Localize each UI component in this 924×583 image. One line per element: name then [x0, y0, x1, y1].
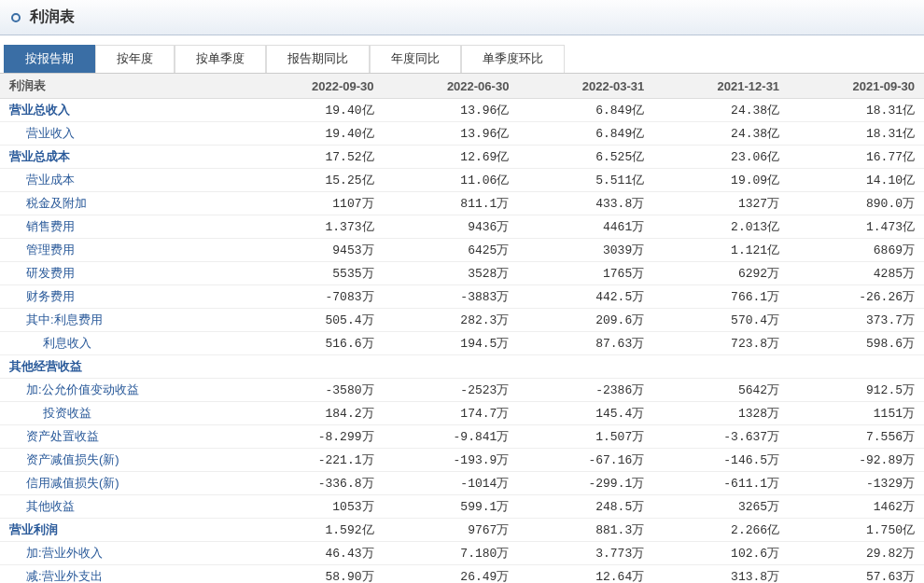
cell-value: -26.26万 — [789, 285, 924, 309]
cell-value: 6.849亿 — [518, 99, 653, 122]
cell-value: 18.31亿 — [789, 122, 924, 146]
row-label: 其他收益 — [0, 495, 248, 519]
cell-value: 174.7万 — [384, 402, 519, 425]
cell-value: 12.69亿 — [384, 146, 519, 169]
cell-value: 9767万 — [384, 519, 519, 542]
row-label: 财务费用 — [0, 285, 248, 309]
cell-value: -2386万 — [518, 379, 653, 402]
cell-value — [789, 355, 924, 379]
cell-value: 1328万 — [653, 402, 789, 425]
table-row: 税金及附加1107万811.1万433.8万1327万890.0万 — [0, 192, 924, 215]
cell-value: 5535万 — [248, 262, 384, 285]
table-row: 资产减值损失(新)-221.1万-193.9万-67.16万-146.5万-92… — [0, 449, 924, 472]
table-row: 财务费用-7083万-3883万442.5万766.1万-26.26万 — [0, 285, 924, 309]
col-period: 2021-09-30 — [789, 74, 924, 99]
row-label: 投资收益 — [0, 402, 248, 425]
cell-value: 12.64万 — [518, 565, 653, 584]
bullet-icon — [11, 13, 21, 22]
cell-value: 3528万 — [384, 262, 519, 285]
table-row: 其中:利息费用505.4万282.3万209.6万570.4万373.7万 — [0, 309, 924, 332]
cell-value — [653, 355, 789, 379]
tab-4[interactable]: 年度同比 — [370, 45, 461, 73]
cell-value — [384, 355, 519, 379]
cell-value: 11.06亿 — [384, 169, 519, 192]
cell-value: 5.511亿 — [518, 169, 653, 192]
cell-value: 516.6万 — [248, 332, 384, 355]
cell-value: 373.7万 — [789, 309, 924, 332]
table-row: 信用减值损失(新)-336.8万-1014万-299.1万-611.1万-132… — [0, 472, 924, 495]
cell-value: -3883万 — [384, 285, 519, 309]
cell-value: 7.556万 — [789, 425, 924, 449]
cell-value: 6869万 — [789, 239, 924, 262]
table-row: 研发费用5535万3528万1765万6292万4285万 — [0, 262, 924, 285]
table-row: 营业收入19.40亿13.96亿6.849亿24.38亿18.31亿 — [0, 122, 924, 146]
cell-value: 15.25亿 — [248, 169, 384, 192]
cell-value: 9453万 — [248, 239, 384, 262]
cell-value: 4461万 — [518, 215, 653, 239]
tab-bar: 按报告期按年度按单季度报告期同比年度同比单季度环比 — [0, 45, 924, 74]
cell-value: 184.2万 — [248, 402, 384, 425]
cell-value: -9.841万 — [384, 425, 519, 449]
cell-value: 766.1万 — [653, 285, 789, 309]
cell-value: -92.89万 — [789, 449, 924, 472]
cell-value: 17.52亿 — [248, 146, 384, 169]
cell-value: 1151万 — [789, 402, 924, 425]
table-row: 营业成本15.25亿11.06亿5.511亿19.09亿14.10亿 — [0, 169, 924, 192]
table-row: 资产处置收益-8.299万-9.841万1.507万-3.637万7.556万 — [0, 425, 924, 449]
tab-1[interactable]: 按年度 — [95, 45, 175, 73]
cell-value: 313.8万 — [653, 565, 789, 584]
table-row: 投资收益184.2万174.7万145.4万1328万1151万 — [0, 402, 924, 425]
cell-value: -67.16万 — [518, 449, 653, 472]
table-row: 营业总成本17.52亿12.69亿6.525亿23.06亿16.77亿 — [0, 146, 924, 169]
cell-value: 570.4万 — [653, 309, 789, 332]
cell-value: 5642万 — [653, 379, 789, 402]
cell-value — [248, 355, 384, 379]
col-period: 2022-09-30 — [248, 74, 384, 99]
table-row: 减:营业外支出58.90万26.49万12.64万313.8万57.63万 — [0, 565, 924, 584]
row-label: 销售费用 — [0, 215, 248, 239]
cell-value: 16.77亿 — [789, 146, 924, 169]
cell-value: 18.31亿 — [789, 99, 924, 122]
table-row: 营业利润1.592亿9767万881.3万2.266亿1.750亿 — [0, 519, 924, 542]
cell-value: 57.63万 — [789, 565, 924, 584]
cell-value: 1053万 — [248, 495, 384, 519]
cell-value: -8.299万 — [248, 425, 384, 449]
cell-value: 29.82万 — [789, 542, 924, 565]
row-label: 营业利润 — [0, 519, 248, 542]
table-header-row: 利润表2022-09-302022-06-302022-03-312021-12… — [0, 74, 924, 99]
cell-value: 248.5万 — [518, 495, 653, 519]
row-label: 资产处置收益 — [0, 425, 248, 449]
cell-value: 26.49万 — [384, 565, 519, 584]
cell-value: 599.1万 — [384, 495, 519, 519]
row-label: 其中:利息费用 — [0, 309, 248, 332]
cell-value: -146.5万 — [653, 449, 789, 472]
cell-value: 87.63万 — [518, 332, 653, 355]
table-row: 管理费用9453万6425万3039万1.121亿6869万 — [0, 239, 924, 262]
cell-value: 282.3万 — [384, 309, 519, 332]
cell-value: 1.121亿 — [653, 239, 789, 262]
table-row: 销售费用1.373亿9436万4461万2.013亿1.473亿 — [0, 215, 924, 239]
tab-2[interactable]: 按单季度 — [175, 45, 266, 73]
cell-value: 1.373亿 — [248, 215, 384, 239]
row-label: 研发费用 — [0, 262, 248, 285]
row-label: 营业总成本 — [0, 146, 248, 169]
cell-value: 3265万 — [653, 495, 789, 519]
col-label: 利润表 — [0, 74, 248, 99]
cell-value: 102.6万 — [653, 542, 789, 565]
tab-3[interactable]: 报告期同比 — [266, 45, 370, 73]
cell-value: 14.10亿 — [789, 169, 924, 192]
cell-value: 1765万 — [518, 262, 653, 285]
cell-value: 1.507万 — [518, 425, 653, 449]
table-row: 其他经营收益 — [0, 355, 924, 379]
tab-5[interactable]: 单季度环比 — [461, 45, 565, 73]
table-row: 加:营业外收入46.43万7.180万3.773万102.6万29.82万 — [0, 542, 924, 565]
tab-0[interactable]: 按报告期 — [4, 45, 95, 73]
row-label: 营业收入 — [0, 122, 248, 146]
col-period: 2021-12-31 — [653, 74, 789, 99]
cell-value: 442.5万 — [518, 285, 653, 309]
cell-value: 4285万 — [789, 262, 924, 285]
cell-value: -1329万 — [789, 472, 924, 495]
cell-value: -2523万 — [384, 379, 519, 402]
table-row: 其他收益1053万599.1万248.5万3265万1462万 — [0, 495, 924, 519]
cell-value: 13.96亿 — [384, 99, 519, 122]
